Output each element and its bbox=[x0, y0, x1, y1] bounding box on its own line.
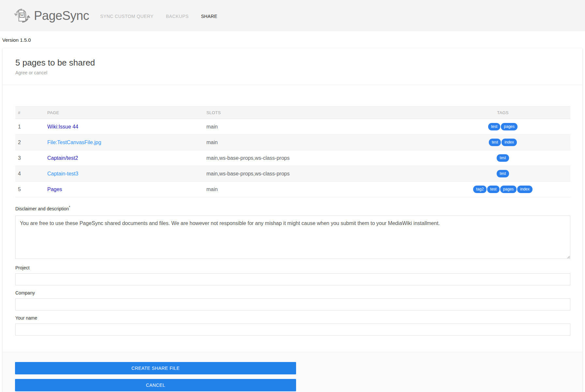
cancel-button[interactable]: CANCEL bbox=[15, 379, 296, 391]
row-slots: main bbox=[204, 135, 435, 150]
page-link[interactable]: File:TestCanvasFile.jpg bbox=[47, 140, 101, 145]
row-slots: main bbox=[204, 119, 435, 135]
pagesync-logo-icon: W bbox=[13, 7, 31, 25]
company-label: Company bbox=[15, 290, 570, 296]
nav-item-backups[interactable]: BACKUPS bbox=[166, 14, 189, 19]
nav-item-share[interactable]: SHARE bbox=[201, 14, 217, 19]
page-link[interactable]: Captain-test3 bbox=[47, 171, 78, 176]
create-share-file-button[interactable]: CREATE SHARE FILE bbox=[15, 362, 296, 374]
disclaimer-label: Disclaimer and description* bbox=[15, 204, 570, 212]
page-link[interactable]: Captain/test2 bbox=[47, 155, 78, 161]
disclaimer-textarea[interactable]: You are free to use these PageSync share… bbox=[15, 216, 570, 259]
tag-pill-test: test bbox=[497, 154, 509, 162]
row-number: 1 bbox=[15, 119, 45, 135]
app-logo[interactable]: W PageSync bbox=[13, 7, 89, 25]
app-logo-text: PageSync bbox=[34, 9, 89, 22]
disclaimer-label-text: Disclaimer and description bbox=[15, 206, 69, 211]
company-field: Company bbox=[15, 290, 570, 310]
header-divider bbox=[3, 85, 582, 85]
page-title: 5 pages to be shared bbox=[15, 57, 570, 68]
your-name-field: Your name bbox=[15, 315, 570, 336]
spacer bbox=[15, 336, 570, 352]
company-input[interactable] bbox=[15, 298, 570, 310]
table-header: # PAGE SLOTS TAGS bbox=[15, 107, 570, 119]
share-form: Disclaimer and description* You are free… bbox=[15, 204, 570, 352]
tag-pill-test: test bbox=[489, 139, 501, 146]
table-row: 2 File:TestCanvasFile.jpg main testindex bbox=[15, 135, 570, 150]
share-card: 5 pages to be shared Agree or cancel # P… bbox=[3, 48, 582, 392]
row-number: 4 bbox=[15, 166, 45, 182]
pages-table: # PAGE SLOTS TAGS 1 Wiki:Issue 44 main t… bbox=[15, 106, 570, 197]
row-slots: main bbox=[204, 182, 435, 197]
table-row: 5 Pages main tag2testpagesindex bbox=[15, 182, 570, 197]
svg-text:W: W bbox=[20, 13, 24, 17]
page-link[interactable]: Wiki:Issue 44 bbox=[47, 124, 78, 129]
version-text: Version 1.5.0 bbox=[2, 37, 585, 43]
column-header-num: # bbox=[15, 107, 45, 119]
page-link[interactable]: Pages bbox=[47, 187, 62, 192]
page-subtitle: Agree or cancel bbox=[15, 70, 570, 76]
card-header: 5 pages to be shared Agree or cancel bbox=[3, 48, 582, 85]
card-footer: CREATE SHARE FILECANCEL bbox=[3, 352, 582, 392]
tag-pill-test: test bbox=[497, 170, 509, 177]
tag-pill-test: test bbox=[488, 123, 500, 130]
table-row: 1 Wiki:Issue 44 main testpages bbox=[15, 119, 570, 135]
column-header-page: PAGE bbox=[45, 107, 204, 119]
tag-pill-index: index bbox=[502, 139, 517, 146]
tag-pill-tag2: tag2 bbox=[473, 186, 487, 193]
required-asterisk: * bbox=[69, 205, 70, 209]
app-header: W PageSync SYNC CUSTOM QUERYBACKUPSSHARE bbox=[0, 0, 585, 31]
row-tags: testindex bbox=[435, 135, 570, 150]
project-input[interactable] bbox=[15, 273, 570, 285]
row-tags: tag2testpagesindex bbox=[435, 182, 570, 197]
main-nav: SYNC CUSTOM QUERYBACKUPSSHARE bbox=[100, 14, 230, 19]
row-number: 5 bbox=[15, 182, 45, 197]
tag-pill-index: index bbox=[517, 186, 532, 193]
tag-pill-pages: pages bbox=[501, 123, 518, 130]
row-slots: main,ws-base-props,ws-class-props bbox=[204, 166, 435, 182]
tag-pill-pages: pages bbox=[500, 186, 517, 193]
row-tags: test bbox=[435, 166, 570, 182]
table-row: 3 Captain/test2 main,ws-base-props,ws-cl… bbox=[15, 150, 570, 166]
tag-pill-test: test bbox=[487, 186, 499, 193]
project-field: Project bbox=[15, 265, 570, 285]
row-number: 2 bbox=[15, 135, 45, 150]
card-content: # PAGE SLOTS TAGS 1 Wiki:Issue 44 main t… bbox=[3, 106, 582, 352]
nav-item-sync-custom-query[interactable]: SYNC CUSTOM QUERY bbox=[100, 14, 153, 19]
row-number: 3 bbox=[15, 150, 45, 166]
your-name-input[interactable] bbox=[15, 324, 570, 336]
row-tags: testpages bbox=[435, 119, 570, 135]
project-label: Project bbox=[15, 265, 570, 271]
column-header-tags: TAGS bbox=[435, 107, 570, 119]
column-header-slots: SLOTS bbox=[204, 107, 435, 119]
row-slots: main,ws-base-props,ws-class-props bbox=[204, 150, 435, 166]
your-name-label: Your name bbox=[15, 315, 570, 321]
table-row: 4 Captain-test3 main,ws-base-props,ws-cl… bbox=[15, 166, 570, 182]
row-tags: test bbox=[435, 150, 570, 166]
